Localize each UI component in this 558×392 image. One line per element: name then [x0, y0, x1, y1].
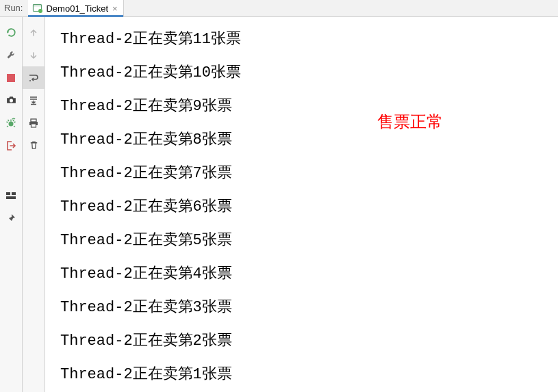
svg-rect-9 — [31, 119, 36, 122]
layout-icon[interactable] — [0, 184, 23, 207]
svg-point-5 — [9, 121, 14, 126]
run-tool-window-header: Run: Demo01_Ticket × — [0, 0, 558, 17]
pin-icon[interactable] — [0, 207, 23, 229]
console-output-area[interactable]: Thread-2正在卖第11张票 Thread-2正在卖第10张票 Thread… — [45, 17, 558, 392]
console-toolbar — [23, 17, 45, 392]
run-label: Run: — [0, 0, 28, 16]
annotation-label: 售票正常 — [377, 111, 443, 133]
scroll-end-icon[interactable] — [23, 89, 45, 112]
stop-icon[interactable] — [0, 66, 23, 89]
down-arrow-icon[interactable] — [23, 44, 45, 66]
print-icon[interactable] — [23, 112, 45, 134]
svg-point-4 — [9, 99, 12, 102]
svg-rect-7 — [12, 192, 16, 195]
debug-rerun-icon[interactable] — [0, 112, 23, 134]
console-output-text: Thread-2正在卖第11张票 Thread-2正在卖第10张票 Thread… — [60, 23, 557, 391]
wrench-icon[interactable] — [0, 44, 23, 66]
run-left-toolbar — [0, 17, 23, 392]
close-icon[interactable]: × — [112, 4, 118, 13]
svg-point-2 — [38, 9, 42, 13]
svg-rect-6 — [6, 192, 10, 195]
svg-rect-3 — [7, 74, 15, 82]
up-arrow-icon[interactable] — [23, 21, 45, 44]
svg-rect-8 — [6, 196, 16, 199]
svg-rect-11 — [31, 124, 36, 127]
trash-icon[interactable] — [23, 134, 45, 157]
soft-wrap-icon[interactable] — [23, 66, 45, 89]
run-tab[interactable]: Demo01_Ticket × — [28, 0, 123, 16]
rerun-icon[interactable] — [0, 21, 23, 44]
svg-rect-1 — [34, 5, 42, 7]
camera-icon[interactable] — [0, 89, 23, 112]
application-run-icon — [32, 3, 43, 14]
exit-icon[interactable] — [0, 134, 23, 157]
run-tab-title: Demo01_Ticket — [46, 3, 108, 14]
